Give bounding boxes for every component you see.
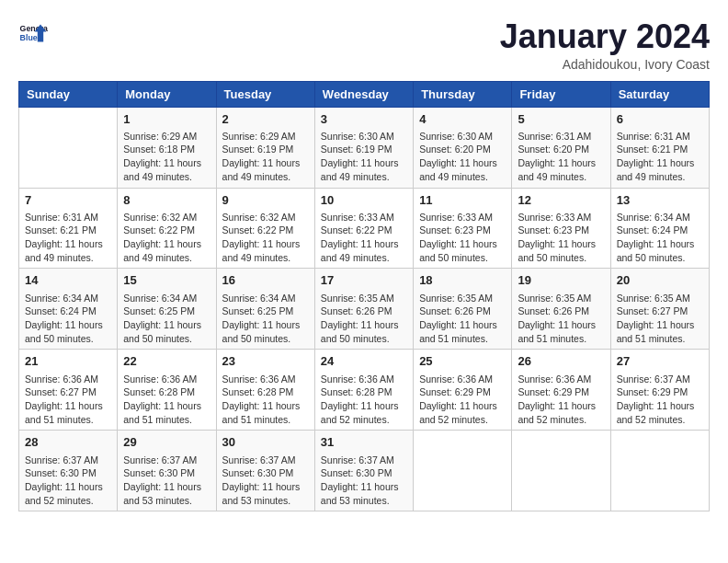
- day-info: Sunrise: 6:31 AM Sunset: 6:21 PM Dayligh…: [617, 130, 703, 184]
- day-info: Sunrise: 6:34 AM Sunset: 6:25 PM Dayligh…: [222, 292, 309, 346]
- logo-icon: General Blue: [18, 18, 48, 48]
- calendar-cell: [610, 431, 709, 511]
- calendar-header-row: SundayMondayTuesdayWednesdayThursdayFrid…: [19, 81, 710, 107]
- calendar-cell: 25Sunrise: 6:36 AM Sunset: 6:29 PM Dayli…: [414, 350, 512, 431]
- day-number: 1: [123, 111, 210, 128]
- day-number: 2: [222, 111, 309, 128]
- day-info: Sunrise: 6:33 AM Sunset: 6:23 PM Dayligh…: [419, 211, 506, 265]
- day-info: Sunrise: 6:35 AM Sunset: 6:27 PM Dayligh…: [617, 292, 703, 346]
- calendar-cell: 14Sunrise: 6:34 AM Sunset: 6:24 PM Dayli…: [19, 269, 118, 350]
- svg-text:Blue: Blue: [20, 33, 38, 42]
- day-number: 25: [419, 353, 506, 370]
- page-header: General Blue January 2024 Adahidoukou, I…: [18, 18, 710, 72]
- calendar-cell: 29Sunrise: 6:37 AM Sunset: 6:30 PM Dayli…: [118, 431, 216, 511]
- calendar-week-row: 1Sunrise: 6:29 AM Sunset: 6:18 PM Daylig…: [19, 107, 710, 188]
- day-number: 20: [617, 272, 703, 289]
- calendar-cell: 31Sunrise: 6:37 AM Sunset: 6:30 PM Dayli…: [314, 431, 413, 511]
- day-info: Sunrise: 6:30 AM Sunset: 6:20 PM Dayligh…: [419, 130, 506, 184]
- day-info: Sunrise: 6:37 AM Sunset: 6:30 PM Dayligh…: [321, 454, 407, 508]
- calendar-cell: 23Sunrise: 6:36 AM Sunset: 6:28 PM Dayli…: [216, 350, 314, 431]
- calendar-cell: 2Sunrise: 6:29 AM Sunset: 6:19 PM Daylig…: [216, 107, 314, 188]
- col-header-sunday: Sunday: [19, 81, 118, 107]
- day-info: Sunrise: 6:29 AM Sunset: 6:18 PM Dayligh…: [123, 130, 210, 184]
- day-number: 6: [617, 111, 703, 128]
- month-year-title: January 2024: [500, 18, 710, 55]
- col-header-monday: Monday: [118, 81, 216, 107]
- calendar-cell: 18Sunrise: 6:35 AM Sunset: 6:26 PM Dayli…: [414, 269, 512, 350]
- calendar-cell: 15Sunrise: 6:34 AM Sunset: 6:25 PM Dayli…: [118, 269, 216, 350]
- day-number: 12: [518, 192, 604, 209]
- day-number: 15: [123, 272, 210, 289]
- col-header-saturday: Saturday: [610, 81, 709, 107]
- calendar-cell: 8Sunrise: 6:32 AM Sunset: 6:22 PM Daylig…: [118, 188, 216, 269]
- day-info: Sunrise: 6:37 AM Sunset: 6:30 PM Dayligh…: [25, 454, 111, 508]
- day-number: 18: [419, 272, 506, 289]
- calendar-cell: [19, 107, 118, 188]
- day-number: 13: [617, 192, 703, 209]
- calendar-cell: [512, 431, 610, 511]
- calendar-week-row: 28Sunrise: 6:37 AM Sunset: 6:30 PM Dayli…: [19, 431, 710, 511]
- calendar-cell: 11Sunrise: 6:33 AM Sunset: 6:23 PM Dayli…: [414, 188, 512, 269]
- calendar-table: SundayMondayTuesdayWednesdayThursdayFrid…: [18, 81, 710, 512]
- day-info: Sunrise: 6:34 AM Sunset: 6:24 PM Dayligh…: [617, 211, 703, 265]
- day-info: Sunrise: 6:36 AM Sunset: 6:28 PM Dayligh…: [321, 373, 407, 427]
- calendar-cell: 5Sunrise: 6:31 AM Sunset: 6:20 PM Daylig…: [512, 107, 610, 188]
- day-number: 27: [617, 353, 703, 370]
- calendar-cell: 3Sunrise: 6:30 AM Sunset: 6:19 PM Daylig…: [314, 107, 413, 188]
- logo: General Blue: [18, 18, 48, 48]
- day-number: 31: [321, 434, 407, 451]
- day-info: Sunrise: 6:36 AM Sunset: 6:27 PM Dayligh…: [25, 373, 111, 427]
- day-number: 5: [518, 111, 604, 128]
- calendar-cell: 1Sunrise: 6:29 AM Sunset: 6:18 PM Daylig…: [118, 107, 216, 188]
- day-number: 17: [321, 272, 407, 289]
- day-info: Sunrise: 6:31 AM Sunset: 6:20 PM Dayligh…: [518, 130, 604, 184]
- day-info: Sunrise: 6:35 AM Sunset: 6:26 PM Dayligh…: [419, 292, 506, 346]
- day-info: Sunrise: 6:36 AM Sunset: 6:29 PM Dayligh…: [419, 373, 506, 427]
- calendar-cell: 26Sunrise: 6:36 AM Sunset: 6:29 PM Dayli…: [512, 350, 610, 431]
- calendar-cell: 4Sunrise: 6:30 AM Sunset: 6:20 PM Daylig…: [414, 107, 512, 188]
- day-info: Sunrise: 6:32 AM Sunset: 6:22 PM Dayligh…: [222, 211, 309, 265]
- calendar-cell: 24Sunrise: 6:36 AM Sunset: 6:28 PM Dayli…: [314, 350, 413, 431]
- day-number: 14: [25, 272, 111, 289]
- day-number: 7: [25, 192, 111, 209]
- day-info: Sunrise: 6:37 AM Sunset: 6:29 PM Dayligh…: [617, 373, 703, 427]
- calendar-cell: 22Sunrise: 6:36 AM Sunset: 6:28 PM Dayli…: [118, 350, 216, 431]
- day-number: 9: [222, 192, 309, 209]
- title-block: January 2024 Adahidoukou, Ivory Coast: [500, 18, 710, 72]
- calendar-cell: 7Sunrise: 6:31 AM Sunset: 6:21 PM Daylig…: [19, 188, 118, 269]
- day-number: 26: [518, 353, 604, 370]
- calendar-cell: 12Sunrise: 6:33 AM Sunset: 6:23 PM Dayli…: [512, 188, 610, 269]
- col-header-wednesday: Wednesday: [314, 81, 413, 107]
- calendar-cell: 13Sunrise: 6:34 AM Sunset: 6:24 PM Dayli…: [610, 188, 709, 269]
- calendar-cell: 21Sunrise: 6:36 AM Sunset: 6:27 PM Dayli…: [19, 350, 118, 431]
- calendar-cell: 28Sunrise: 6:37 AM Sunset: 6:30 PM Dayli…: [19, 431, 118, 511]
- calendar-cell: 10Sunrise: 6:33 AM Sunset: 6:22 PM Dayli…: [314, 188, 413, 269]
- day-number: 19: [518, 272, 604, 289]
- day-number: 3: [321, 111, 407, 128]
- day-info: Sunrise: 6:35 AM Sunset: 6:26 PM Dayligh…: [518, 292, 604, 346]
- calendar-week-row: 21Sunrise: 6:36 AM Sunset: 6:27 PM Dayli…: [19, 350, 710, 431]
- day-info: Sunrise: 6:37 AM Sunset: 6:30 PM Dayligh…: [222, 454, 309, 508]
- day-info: Sunrise: 6:36 AM Sunset: 6:28 PM Dayligh…: [123, 373, 210, 427]
- col-header-thursday: Thursday: [414, 81, 512, 107]
- calendar-cell: 16Sunrise: 6:34 AM Sunset: 6:25 PM Dayli…: [216, 269, 314, 350]
- calendar-cell: 20Sunrise: 6:35 AM Sunset: 6:27 PM Dayli…: [610, 269, 709, 350]
- day-number: 4: [419, 111, 506, 128]
- day-number: 11: [419, 192, 506, 209]
- day-info: Sunrise: 6:37 AM Sunset: 6:30 PM Dayligh…: [123, 454, 210, 508]
- calendar-week-row: 7Sunrise: 6:31 AM Sunset: 6:21 PM Daylig…: [19, 188, 710, 269]
- calendar-cell: 9Sunrise: 6:32 AM Sunset: 6:22 PM Daylig…: [216, 188, 314, 269]
- day-info: Sunrise: 6:36 AM Sunset: 6:28 PM Dayligh…: [222, 373, 309, 427]
- day-info: Sunrise: 6:30 AM Sunset: 6:19 PM Dayligh…: [321, 130, 407, 184]
- day-number: 10: [321, 192, 407, 209]
- day-number: 23: [222, 353, 309, 370]
- calendar-cell: 17Sunrise: 6:35 AM Sunset: 6:26 PM Dayli…: [314, 269, 413, 350]
- day-info: Sunrise: 6:33 AM Sunset: 6:23 PM Dayligh…: [518, 211, 604, 265]
- day-info: Sunrise: 6:32 AM Sunset: 6:22 PM Dayligh…: [123, 211, 210, 265]
- calendar-cell: 27Sunrise: 6:37 AM Sunset: 6:29 PM Dayli…: [610, 350, 709, 431]
- day-number: 8: [123, 192, 210, 209]
- calendar-cell: [414, 431, 512, 511]
- day-number: 16: [222, 272, 309, 289]
- col-header-tuesday: Tuesday: [216, 81, 314, 107]
- calendar-cell: 19Sunrise: 6:35 AM Sunset: 6:26 PM Dayli…: [512, 269, 610, 350]
